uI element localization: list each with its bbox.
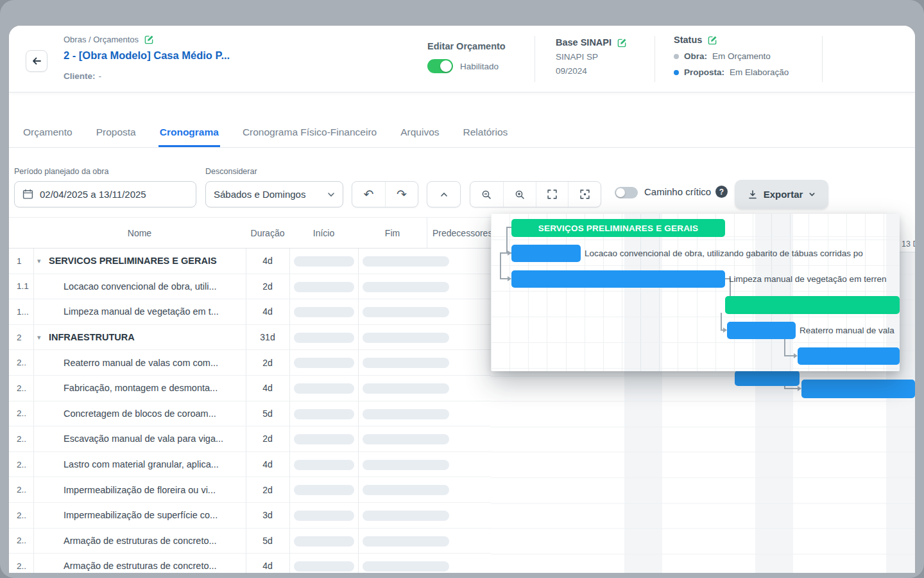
back-button[interactable]: [26, 50, 47, 72]
chevron-down-icon[interactable]: ▾: [37, 325, 41, 350]
row-name: Armação de estruturas de concreto...: [64, 529, 217, 554]
zoom-out-button[interactable]: [470, 182, 503, 207]
table-row[interactable]: 2.. Fabricação, montagem e desmonta... 4…: [9, 376, 491, 401]
zoom-in-button[interactable]: [503, 182, 536, 207]
start-skeleton: [294, 536, 354, 547]
disregard-value: Sábados e Domingos: [214, 189, 305, 200]
gantt-summary-bar[interactable]: [725, 296, 900, 314]
status-obra-label: Obra:: [684, 51, 707, 61]
breadcrumb[interactable]: Obras / Orçamentos: [64, 35, 139, 44]
tab-relatorios[interactable]: Relatórios: [462, 127, 509, 147]
status-dot-gray: [674, 54, 679, 59]
fullscreen-button[interactable]: [536, 182, 569, 207]
gantt-bar[interactable]: [727, 322, 796, 339]
end-skeleton: [363, 307, 449, 317]
edit-budget-state: Habilitado: [460, 62, 499, 71]
row-number: 2..: [17, 477, 26, 502]
critical-path-toggle[interactable]: [615, 187, 638, 198]
base-sinapi-period: 09/2024: [556, 66, 627, 76]
chevron-down-icon[interactable]: ▾: [37, 249, 41, 274]
row-duration: 4d: [246, 299, 289, 324]
table-row[interactable]: 1... Limpeza manual de vegetação em t...…: [9, 299, 491, 325]
end-skeleton: [363, 434, 449, 444]
status-block: Status Obra: Em Orçamento Proposta: Em E…: [674, 35, 789, 77]
table-row[interactable]: 2 ▾ INFRAESTRUTURA 31d: [9, 325, 491, 351]
export-button[interactable]: Exportar: [735, 180, 828, 209]
start-skeleton: [294, 561, 354, 572]
row-number: 1: [17, 249, 22, 274]
tab-proposta[interactable]: Proposta: [95, 127, 137, 147]
gantt-bar[interactable]: [511, 270, 725, 288]
column-header-start: Início: [289, 218, 358, 248]
undo-redo-group: ↶ ↷: [352, 181, 418, 207]
tab-arquivos[interactable]: Arquivos: [399, 127, 440, 147]
table-row[interactable]: 2.. Concretagem de blocos de coroam... 5…: [9, 401, 491, 427]
table-row[interactable]: 2.. Lastro com material granular, aplica…: [9, 452, 491, 478]
redo-button[interactable]: ↷: [385, 182, 418, 207]
dependency-connector: [784, 355, 794, 356]
base-sinapi-label: Base SINAPI: [556, 37, 612, 48]
chevron-up-icon: [440, 190, 449, 199]
dependency-connector: [784, 388, 798, 389]
start-skeleton: [294, 383, 354, 394]
row-name: Lastro com material granular, aplica...: [64, 452, 219, 477]
row-name: SERVICOS PRELIMINARES E GERAIS: [49, 249, 217, 274]
end-skeleton: [363, 383, 449, 394]
edit-icon[interactable]: [144, 35, 154, 44]
collapse-button[interactable]: [427, 182, 460, 207]
disregard-label: Desconsiderar: [205, 167, 257, 176]
gantt-bar[interactable]: [798, 347, 900, 365]
tab-orcamento[interactable]: Orçamento: [22, 127, 74, 147]
client-row: Cliente:-: [64, 71, 101, 81]
edit-budget-block: Editar Orçamento Habilitado: [427, 41, 506, 73]
gantt-bar-label: Limpeza manual de vegetação em terren: [729, 270, 886, 288]
start-skeleton: [294, 460, 354, 470]
table-row[interactable]: 2.. Impermeabilização de superfície co..…: [9, 503, 491, 529]
client-label: Cliente:: [64, 71, 96, 81]
edit-budget-toggle[interactable]: [427, 59, 453, 73]
help-icon[interactable]: ?: [715, 186, 728, 198]
column-header-end: Fim: [358, 218, 427, 248]
tab-cronograma-fisico-financeiro[interactable]: Cronograma Físico-Financeiro: [241, 127, 378, 147]
undo-icon: ↶: [364, 188, 374, 200]
gantt-summary-bar[interactable]: SERVIÇOS PRELIMINARES E GERAIS: [511, 219, 725, 237]
chevron-down-icon: [327, 191, 335, 198]
table-row[interactable]: 2.. Armação de estruturas de concreto...…: [9, 529, 491, 554]
disregard-select[interactable]: Sábados e Domingos: [205, 181, 343, 207]
gantt-bar[interactable]: [735, 371, 800, 386]
table-row[interactable]: 2.. Reaterro manual de valas com com... …: [9, 350, 491, 376]
table-row[interactable]: 2.. Escavação manual de vala para viga..…: [9, 426, 491, 452]
column-header-name: Nome: [33, 218, 246, 248]
gantt-bar[interactable]: [801, 380, 915, 398]
row-number: 2..: [17, 350, 26, 375]
page-title: 2 - [Obra Modelo] Casa Médio P...: [64, 49, 230, 62]
undo-button[interactable]: ↶: [352, 182, 385, 207]
collapse-group: [427, 181, 461, 207]
arrow-left-icon: [31, 56, 42, 66]
gantt-bar-label: Reaterro manual de vala: [800, 322, 894, 339]
end-skeleton: [363, 358, 449, 368]
status-proposta-label: Proposta:: [684, 67, 724, 77]
edit-icon[interactable]: [708, 35, 717, 45]
table-row[interactable]: 1 ▾ SERVICOS PRELIMINARES E GERAIS 4d: [9, 249, 491, 274]
gantt-bar[interactable]: [511, 245, 581, 262]
dependency-connector: [784, 338, 785, 356]
period-input[interactable]: 02/04/2025 a 13/11/2025: [14, 181, 196, 207]
desktop-background: Obras / Orçamentos 2 - [Obra Modelo] Cas…: [0, 0, 924, 578]
weekend-stripe: [624, 214, 662, 371]
column-header-duration: Duração: [246, 218, 289, 248]
table-row[interactable]: 2.. Armação de estruturas de concreto...…: [9, 554, 491, 573]
row-name: Locacao convencional de obra, utili...: [64, 274, 217, 299]
start-skeleton: [294, 307, 354, 317]
period-value: 02/04/2025 a 13/11/2025: [40, 189, 146, 200]
row-duration: 2d: [246, 350, 289, 375]
edit-budget-label: Editar Orçamento: [427, 41, 506, 51]
table-row[interactable]: 2.. Impermeabilização de floreira ou vi.…: [9, 477, 491, 503]
fit-view-button[interactable]: [568, 182, 601, 207]
edit-icon[interactable]: [617, 38, 627, 48]
tab-cronograma[interactable]: Cronograma: [158, 127, 220, 147]
calendar-icon: [22, 189, 33, 200]
gantt-bar-label: Locacao convencional de obra, utilizando…: [585, 245, 863, 262]
start-skeleton: [294, 358, 354, 368]
table-row[interactable]: 1.1 Locacao convencional de obra, utili.…: [9, 274, 491, 300]
